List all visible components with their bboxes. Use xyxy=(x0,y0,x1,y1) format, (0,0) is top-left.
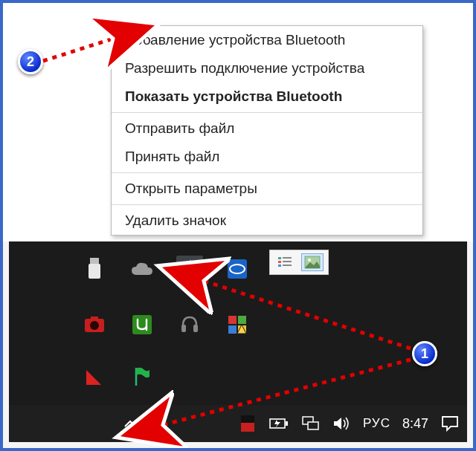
bluetooth-tray-icon[interactable] xyxy=(176,256,203,282)
svg-rect-9 xyxy=(89,264,100,279)
bluetooth-context-menu: Добавление устройства Bluetooth Разрешит… xyxy=(111,25,423,236)
clock[interactable]: 8:47 xyxy=(402,416,428,432)
usb-icon[interactable] xyxy=(81,256,108,282)
intel-graphics-icon[interactable] xyxy=(224,256,251,282)
green-flag-icon[interactable] xyxy=(129,363,155,390)
menu-separator xyxy=(112,204,422,205)
svg-rect-24 xyxy=(241,415,254,423)
taskbar: РУС 8:47 xyxy=(9,405,467,442)
svg-rect-4 xyxy=(278,265,281,267)
battery-icon[interactable] xyxy=(269,414,289,433)
svg-rect-18 xyxy=(228,316,237,324)
menu-item-remove-icon[interactable]: Удалить значок xyxy=(112,207,422,235)
camera-icon[interactable] xyxy=(81,311,108,338)
svg-rect-15 xyxy=(132,315,152,334)
volume-icon[interactable] xyxy=(332,414,351,433)
svg-rect-0 xyxy=(278,257,281,259)
svg-rect-26 xyxy=(286,421,288,426)
action-center-icon[interactable] xyxy=(440,414,460,433)
menu-separator xyxy=(112,172,422,173)
svg-rect-8 xyxy=(90,258,99,264)
tray-chevron-up-icon[interactable] xyxy=(120,414,140,433)
svg-point-7 xyxy=(308,259,311,262)
menu-item-open-settings[interactable]: Открыть параметры xyxy=(112,175,422,203)
annotation-badge-1: 1 xyxy=(412,341,437,366)
view-list-icon[interactable] xyxy=(274,253,297,271)
menu-item-show-devices[interactable]: Показать устройства Bluetooth xyxy=(112,82,422,111)
app-icon-red[interactable] xyxy=(238,414,257,433)
utorrent-icon[interactable] xyxy=(129,311,155,338)
svg-rect-28 xyxy=(308,422,318,429)
red-triangle-icon[interactable] xyxy=(81,363,108,390)
svg-rect-20 xyxy=(228,325,237,334)
tray-row-2 xyxy=(81,311,251,338)
language-indicator[interactable]: РУС xyxy=(363,416,390,431)
menu-item-add-device[interactable]: Добавление устройства Bluetooth xyxy=(112,26,422,54)
svg-rect-2 xyxy=(278,261,281,263)
tray-row-1 xyxy=(81,256,251,282)
view-thumbnail-icon[interactable] xyxy=(301,253,324,271)
menu-item-receive-file[interactable]: Принять файл xyxy=(112,143,422,171)
svg-rect-16 xyxy=(181,325,186,332)
headset-icon[interactable] xyxy=(176,311,203,338)
svg-rect-17 xyxy=(193,325,198,332)
svg-rect-19 xyxy=(238,316,246,324)
svg-rect-3 xyxy=(283,261,292,262)
onedrive-icon[interactable] xyxy=(129,256,155,282)
svg-rect-1 xyxy=(283,257,292,259)
view-mode-toolbar xyxy=(269,250,329,275)
annotation-badge-2: 2 xyxy=(18,49,43,74)
menu-separator xyxy=(112,112,422,113)
svg-point-13 xyxy=(90,321,99,330)
menu-item-allow-connection[interactable]: Разрешить подключение устройства xyxy=(112,54,422,82)
tray-row-3 xyxy=(81,363,155,390)
security-warning-icon[interactable] xyxy=(224,311,251,338)
svg-rect-5 xyxy=(283,265,292,266)
menu-item-send-file[interactable]: Отправить файл xyxy=(112,114,422,143)
network-icon[interactable] xyxy=(300,414,320,433)
svg-rect-14 xyxy=(91,317,98,320)
